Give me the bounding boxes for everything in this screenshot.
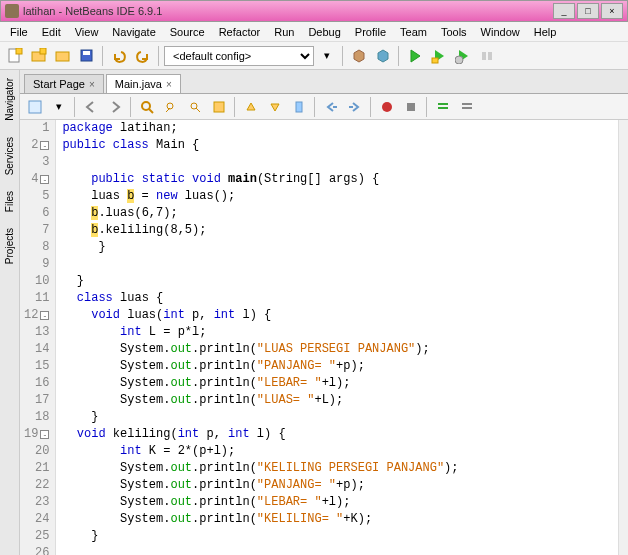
toolbar-separator [342, 46, 344, 66]
config-select[interactable]: <default config> [164, 46, 314, 66]
code-line[interactable]: void luas(int p, int l) { [62, 307, 618, 324]
fold-icon[interactable]: - [40, 141, 49, 150]
gutter-line: 10 [20, 273, 55, 290]
code-line[interactable]: int L = p*l; [62, 324, 618, 341]
code-line[interactable]: System.out.println("LUAS= "+L); [62, 392, 618, 409]
build-button[interactable] [348, 45, 370, 67]
code-line[interactable] [62, 154, 618, 171]
source-button[interactable] [24, 96, 46, 118]
new-file-button[interactable] [4, 45, 26, 67]
code-line[interactable]: System.out.println("LUAS PERSEGI PANJANG… [62, 341, 618, 358]
editor-area: Start Page×Main.java× ▾ [20, 70, 628, 555]
code-line[interactable]: System.out.println("LEBAR= "+l); [62, 494, 618, 511]
toggle-highlight-button[interactable] [208, 96, 230, 118]
code-content[interactable]: package latihan;public class Main { publ… [56, 120, 618, 555]
gutter-line: 19- [20, 426, 55, 443]
profile-button[interactable] [452, 45, 474, 67]
menu-item-team[interactable]: Team [394, 24, 433, 40]
code-line[interactable]: } [62, 409, 618, 426]
clean-build-button[interactable] [372, 45, 394, 67]
comment-button[interactable] [432, 96, 454, 118]
menu-item-navigate[interactable]: Navigate [106, 24, 161, 40]
menu-item-run[interactable]: Run [268, 24, 300, 40]
main-area: NavigatorServicesFilesProjects Start Pag… [0, 70, 628, 555]
minimize-button[interactable]: _ [553, 3, 575, 19]
sidebar-tab-files[interactable]: Files [2, 187, 17, 216]
previous-bookmark-button[interactable] [240, 96, 262, 118]
window-controls: _ □ × [553, 3, 623, 19]
shift-right-button[interactable] [344, 96, 366, 118]
menu-item-refactor[interactable]: Refactor [213, 24, 267, 40]
sidebar-tab-navigator[interactable]: Navigator [2, 74, 17, 125]
macro-stop-button[interactable] [400, 96, 422, 118]
redo-button[interactable] [132, 45, 154, 67]
fold-icon[interactable]: - [40, 175, 49, 184]
menu-item-profile[interactable]: Profile [349, 24, 392, 40]
file-tab[interactable]: Main.java× [106, 74, 181, 93]
config-customize-button[interactable]: ▾ [316, 45, 338, 67]
code-editor[interactable]: 12-34-56789101112-13141516171819-2021222… [20, 120, 628, 555]
menu-item-source[interactable]: Source [164, 24, 211, 40]
line-number: 15 [35, 358, 49, 375]
code-line[interactable]: class luas { [62, 290, 618, 307]
code-line[interactable]: System.out.println("KELILING= "+K); [62, 511, 618, 528]
new-project-button[interactable] [28, 45, 50, 67]
fold-icon[interactable]: - [40, 311, 49, 320]
menu-item-window[interactable]: Window [475, 24, 526, 40]
code-line[interactable]: } [62, 273, 618, 290]
forward-button[interactable] [104, 96, 126, 118]
menu-item-view[interactable]: View [69, 24, 105, 40]
save-all-button[interactable] [76, 45, 98, 67]
code-line[interactable]: System.out.println("KELILING PERSEGI PAN… [62, 460, 618, 477]
code-line[interactable]: public class Main { [62, 137, 618, 154]
code-line[interactable]: package latihan; [62, 120, 618, 137]
tab-close-icon[interactable]: × [166, 79, 172, 90]
close-button[interactable]: × [601, 3, 623, 19]
toolbar-separator [370, 97, 372, 117]
sidebar-tab-services[interactable]: Services [2, 133, 17, 179]
open-project-button[interactable] [52, 45, 74, 67]
toggle-bookmark-button[interactable] [288, 96, 310, 118]
line-number: 13 [35, 324, 49, 341]
find-previous-button[interactable] [160, 96, 182, 118]
back-button[interactable] [80, 96, 102, 118]
menu-item-debug[interactable]: Debug [302, 24, 346, 40]
undo-button[interactable] [108, 45, 130, 67]
line-number: 5 [42, 188, 49, 205]
maximize-button[interactable]: □ [577, 3, 599, 19]
svg-rect-6 [83, 51, 90, 55]
tab-close-icon[interactable]: × [89, 79, 95, 90]
code-line[interactable]: System.out.println("LEBAR= "+l); [62, 375, 618, 392]
menu-item-file[interactable]: File [4, 24, 34, 40]
code-line[interactable]: public static void main(String[] args) { [62, 171, 618, 188]
macro-record-button[interactable] [376, 96, 398, 118]
sidebar-tab-projects[interactable]: Projects [2, 224, 17, 268]
fold-icon[interactable]: - [40, 430, 49, 439]
menu-item-help[interactable]: Help [528, 24, 563, 40]
code-line[interactable]: b.keliling(8,5); [62, 222, 618, 239]
run-button[interactable] [404, 45, 426, 67]
history-button[interactable]: ▾ [48, 96, 70, 118]
find-selection-button[interactable] [136, 96, 158, 118]
uncomment-button[interactable] [456, 96, 478, 118]
code-line[interactable]: System.out.println("PANJANG= "+p); [62, 477, 618, 494]
code-line[interactable]: int K = 2*(p+l); [62, 443, 618, 460]
code-line[interactable] [62, 256, 618, 273]
file-tab[interactable]: Start Page× [24, 74, 104, 93]
code-line[interactable]: } [62, 239, 618, 256]
code-line[interactable]: } [62, 528, 618, 545]
code-line[interactable] [62, 545, 618, 555]
code-line[interactable]: void keliling(int p, int l) { [62, 426, 618, 443]
find-next-button[interactable] [184, 96, 206, 118]
code-line[interactable]: luas b = new luas(); [62, 188, 618, 205]
menu-item-edit[interactable]: Edit [36, 24, 67, 40]
shift-left-button[interactable] [320, 96, 342, 118]
attach-debugger-button[interactable] [476, 45, 498, 67]
menu-item-tools[interactable]: Tools [435, 24, 473, 40]
next-bookmark-button[interactable] [264, 96, 286, 118]
toolbar-separator [234, 97, 236, 117]
debug-button[interactable] [428, 45, 450, 67]
gutter-line: 16 [20, 375, 55, 392]
code-line[interactable]: System.out.println("PANJANG= "+p); [62, 358, 618, 375]
code-line[interactable]: b.luas(6,7); [62, 205, 618, 222]
